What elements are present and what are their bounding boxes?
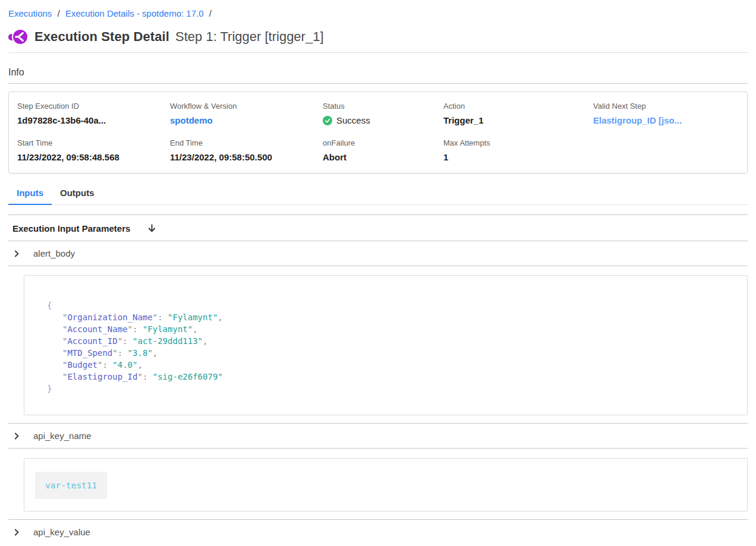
field-label: onFailure <box>323 138 443 147</box>
field-value: Trigger_1 <box>443 115 593 125</box>
api-key-name-value: var-test11 <box>35 472 107 499</box>
field-status: Status Success <box>323 102 443 125</box>
field-value: 1 <box>443 152 593 162</box>
status-text: Success <box>336 115 370 125</box>
field-value: Abort <box>323 152 443 162</box>
field-end-time: End Time 11/23/2022, 09:58:50.500 <box>170 138 323 162</box>
workflow-link[interactable]: spotdemo <box>170 115 323 125</box>
alert-body-value-card: {"Organization_Name": "Fylamynt","Accoun… <box>24 275 748 415</box>
execution-step-detail-page: Executions / Execution Details - spotdem… <box>0 0 756 544</box>
breadcrumb-separator: / <box>58 8 60 18</box>
param-label: api_key_name <box>33 431 92 441</box>
field-label: Step Execution ID <box>17 102 170 111</box>
page-title: Execution Step Detail <box>34 29 169 45</box>
field-label: Action <box>443 102 593 111</box>
param-row-alert-body[interactable]: alert_body <box>8 241 748 266</box>
param-row-api-key-value[interactable]: api_key_value <box>8 520 748 544</box>
field-onfailure: onFailure Abort <box>323 138 443 162</box>
field-step-execution-id: Step Execution ID 1d97828c-13b6-40a... <box>17 102 170 125</box>
param-label: api_key_value <box>33 527 90 537</box>
tab-outputs[interactable]: Outputs <box>52 184 103 205</box>
field-label: Start Time <box>17 138 170 147</box>
tabstrip: Inputs Outputs <box>8 184 748 205</box>
info-card: Step Execution ID 1d97828c-13b6-40a... W… <box>8 91 748 173</box>
field-value: 1d97828c-13b6-40a... <box>17 115 170 125</box>
field-start-time: Start Time 11/23/2022, 09:58:48.568 <box>17 138 170 162</box>
title-row: Execution Step Detail Step 1: Trigger [t… <box>8 27 748 46</box>
json-code-block: {"Organization_Name": "Fylamynt","Accoun… <box>47 299 724 394</box>
workflow-brand-icon <box>8 27 27 46</box>
field-label: Max Attempts <box>443 138 593 147</box>
field-label: End Time <box>170 138 323 147</box>
field-label: Status <box>323 102 443 111</box>
tab-inputs[interactable]: Inputs <box>8 184 52 205</box>
next-step-link[interactable]: Elastigroup_ID [jso... <box>593 115 739 125</box>
success-check-icon <box>323 116 332 125</box>
info-heading: Info <box>8 67 748 78</box>
param-label: alert_body <box>33 248 75 258</box>
section-title: Execution Input Parameters <box>12 223 130 233</box>
api-key-name-value-card: var-test11 <box>24 458 748 512</box>
field-label: Valid Next Step <box>593 102 739 111</box>
page-subtitle: Step 1: Trigger [trigger_1] <box>175 29 323 45</box>
chevron-right-icon <box>12 528 21 536</box>
breadcrumb-separator: / <box>209 8 212 18</box>
param-row-api-key-name[interactable]: api_key_name <box>8 424 748 449</box>
chevron-right-icon <box>12 432 21 440</box>
field-value: 11/23/2022, 09:58:48.568 <box>17 152 170 162</box>
field-action: Action Trigger_1 <box>443 102 593 125</box>
execution-input-parameters-header: Execution Input Parameters <box>8 215 748 241</box>
field-max-attempts: Max Attempts 1 <box>443 138 593 162</box>
field-label: Workflow & Version <box>170 102 323 111</box>
field-valid-next-step: Valid Next Step Elastigroup_ID [jso... <box>593 102 739 125</box>
field-value: 11/23/2022, 09:58:50.500 <box>170 152 323 162</box>
info-divider <box>8 83 748 84</box>
field-workflow-version: Workflow & Version spotdemo <box>170 102 323 125</box>
arrow-down-icon[interactable] <box>147 223 157 233</box>
breadcrumb: Executions / Execution Details - spotdem… <box>8 8 748 19</box>
breadcrumb-link-execution-details[interactable]: Execution Details - spotdemo: 17.0 <box>65 8 204 18</box>
chevron-right-icon <box>12 250 21 258</box>
title-divider <box>8 52 748 53</box>
status-badge: Success <box>323 115 443 125</box>
breadcrumb-link-executions[interactable]: Executions <box>8 8 52 18</box>
